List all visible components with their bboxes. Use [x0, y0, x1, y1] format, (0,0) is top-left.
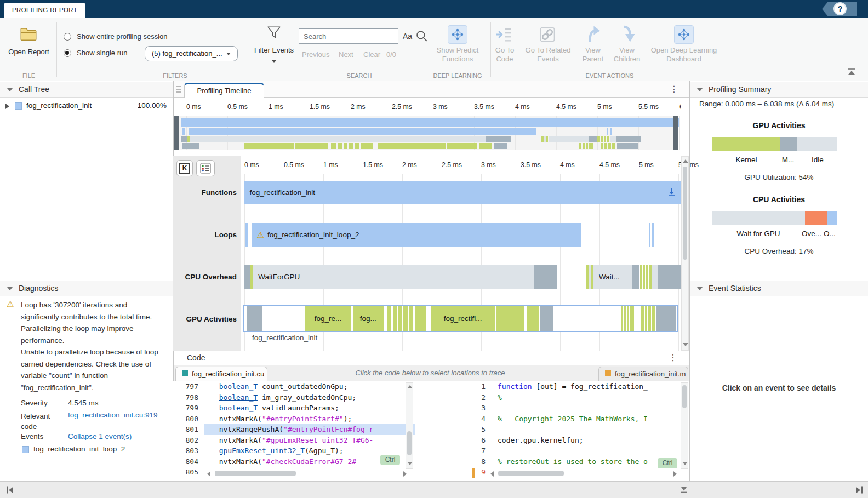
- timeline-segment[interactable]: [387, 306, 392, 331]
- view-parent-button[interactable]: ViewParent: [576, 46, 610, 64]
- cpu-activities-bar[interactable]: [712, 211, 837, 225]
- kernel-view-button[interactable]: K: [176, 160, 193, 176]
- scroll-up-icon[interactable]: [407, 385, 413, 388]
- legend-view-button[interactable]: [196, 160, 215, 176]
- scroll-down-icon[interactable]: [407, 462, 413, 465]
- timeline-segment[interactable]: [549, 136, 589, 142]
- timeline-segment[interactable]: [610, 136, 616, 142]
- timeline-segment[interactable]: [579, 143, 582, 149]
- timeline-segment[interactable]: [541, 136, 544, 142]
- code-line[interactable]: 804 nvtxMarkA("#checkCudaError#G7-2#: [173, 456, 415, 467]
- timeline-segment[interactable]: [652, 223, 654, 247]
- run-select-dropdown[interactable]: (5) fog_rectification_...: [145, 46, 238, 61]
- timeline-segment[interactable]: [646, 265, 648, 289]
- timeline-segment[interactable]: [181, 118, 679, 127]
- collapse-chevron-icon[interactable]: [697, 88, 703, 91]
- code-line[interactable]: 8% restoreOut is used to store the o: [472, 456, 688, 467]
- timeline-segment[interactable]: [244, 265, 250, 289]
- collapse-events-link[interactable]: Collapse 1 event(s): [68, 432, 132, 440]
- expand-caret-icon[interactable]: [5, 104, 9, 109]
- timeline-segment[interactable]: [479, 143, 492, 149]
- timeline-segment[interactable]: [601, 136, 603, 142]
- collapse-panel-down-icon[interactable]: [679, 486, 688, 496]
- cu-code-pane[interactable]: 797 boolean_T count_outdatedOnGpu;798 bo…: [173, 381, 415, 481]
- scroll-left-icon[interactable]: [490, 471, 494, 477]
- go-to-code-button[interactable]: Go ToCode: [488, 46, 522, 64]
- timeline-segment[interactable]: [586, 143, 589, 149]
- scrollbar-thumb[interactable]: [683, 167, 687, 260]
- timeline-segment[interactable]: [182, 128, 185, 135]
- view-parent-icon[interactable]: [584, 24, 602, 46]
- scroll-down-icon[interactable]: [683, 343, 688, 346]
- timeline-scrollbar[interactable]: [681, 156, 689, 351]
- timeline-segment[interactable]: [604, 136, 606, 142]
- code-line[interactable]: 1function [out] = fog_rectification_: [472, 381, 688, 392]
- timeline-segment[interactable]: [496, 306, 524, 331]
- timeline-segment[interactable]: [398, 306, 402, 331]
- view-children-button[interactable]: ViewChildren: [610, 46, 644, 64]
- radio-show-entire-session[interactable]: [64, 33, 71, 41]
- cu-horizontal-scrollbar[interactable]: [207, 470, 407, 477]
- code-text[interactable]: function [out] = fog_rectification_: [491, 381, 688, 392]
- timeline-segment[interactable]: [355, 143, 359, 149]
- scrollbar-thumb[interactable]: [682, 385, 687, 408]
- match-case-button[interactable]: Aa: [403, 32, 412, 41]
- panel-drag-handle-icon[interactable]: [176, 85, 181, 96]
- code-text[interactable]: boolean_T validLaunchParams;: [204, 403, 415, 414]
- code-line[interactable]: 801 nvtxRangePushA("#entryPointFcn#fog_r: [173, 424, 415, 435]
- code-line[interactable]: 797 boolean_T count_outdatedOnGpu;: [173, 381, 415, 392]
- timeline-segment[interactable]: [649, 265, 651, 289]
- timeline-segment[interactable]: [245, 223, 248, 247]
- timeline-segment[interactable]: [607, 128, 608, 135]
- code-text[interactable]: [491, 403, 688, 414]
- timeline-segment[interactable]: [658, 265, 681, 289]
- call-tree-row[interactable]: fog_rectification_init 100.00%: [0, 100, 173, 113]
- timeline-segment[interactable]: [624, 306, 626, 331]
- code-text[interactable]: coder.gpu.kernelfun;: [491, 435, 688, 446]
- collapse-chevron-icon[interactable]: [7, 287, 13, 290]
- go-to-code-icon[interactable]: [495, 25, 513, 46]
- timeline-segment[interactable]: [247, 306, 262, 331]
- m-vertical-scrollbar[interactable]: [681, 382, 688, 469]
- code-text[interactable]: % Copyright 2025 The MathWorks, I: [491, 414, 688, 425]
- view-children-icon[interactable]: [618, 24, 636, 46]
- radio-show-entire-session-label[interactable]: Show entire profiling session: [77, 32, 167, 41]
- timeline-segment[interactable]: Wait...: [593, 265, 632, 289]
- timeline-segment[interactable]: [378, 143, 446, 149]
- collapse-toolstrip-icon[interactable]: [847, 68, 856, 78]
- timeline-segment[interactable]: [640, 265, 642, 289]
- tab-cu-file[interactable]: fog_rectification_init.cu: [175, 367, 267, 381]
- timeline-segment[interactable]: [494, 143, 508, 149]
- timeline-segment[interactable]: [652, 265, 658, 289]
- code-text[interactable]: nvtxMarkA("#entryPointStart#");: [204, 414, 415, 425]
- search-next-button[interactable]: Next: [339, 50, 353, 59]
- tab-profiling-timeline[interactable]: Profiling Timeline: [184, 83, 264, 98]
- code-text[interactable]: boolean_T im_gray_outdatedOnCpu;: [204, 392, 415, 403]
- gpu-activities-box[interactable]: fog_re...fog...fog_rectifi...: [243, 305, 678, 332]
- timeline-segment[interactable]: [597, 136, 600, 142]
- timeline-segment[interactable]: [601, 143, 604, 149]
- open-report-button[interactable]: Open Report: [5, 48, 52, 56]
- code-text[interactable]: boolean_T count_outdatedOnGpu;: [204, 381, 415, 392]
- scroll-up-icon[interactable]: [683, 159, 688, 163]
- timeline-segment[interactable]: [583, 143, 585, 149]
- code-line[interactable]: 802 nvtxMarkA("#gpuEmxReset_uint32_T#G6-: [173, 435, 415, 446]
- timeline-segment[interactable]: [544, 136, 546, 142]
- code-line[interactable]: 4% Copyright 2025 The MathWorks, I: [472, 414, 688, 425]
- timeline-segment[interactable]: [415, 306, 426, 331]
- event-statistics-header[interactable]: Event Statistics: [690, 281, 868, 296]
- timeline-segment[interactable]: [649, 223, 650, 247]
- timeline-segment[interactable]: [612, 143, 615, 149]
- show-predict-functions-icon[interactable]: [448, 25, 467, 44]
- timeline-segment[interactable]: [409, 306, 413, 331]
- code-text[interactable]: %: [491, 392, 688, 403]
- code-menu-icon[interactable]: ⋮: [669, 352, 677, 363]
- timeline-segment[interactable]: [344, 143, 347, 149]
- scroll-right-icon[interactable]: [673, 471, 677, 477]
- timeline-segment[interactable]: [627, 306, 629, 331]
- viewport-handle-right[interactable]: [673, 116, 678, 150]
- code-line[interactable]: 798 boolean_T im_gray_outdatedOnCpu;: [173, 392, 415, 403]
- profiling-summary-header[interactable]: Profiling Summary: [690, 82, 868, 98]
- timeline-segment[interactable]: [645, 306, 647, 331]
- timeline-segment[interactable]: [182, 143, 199, 149]
